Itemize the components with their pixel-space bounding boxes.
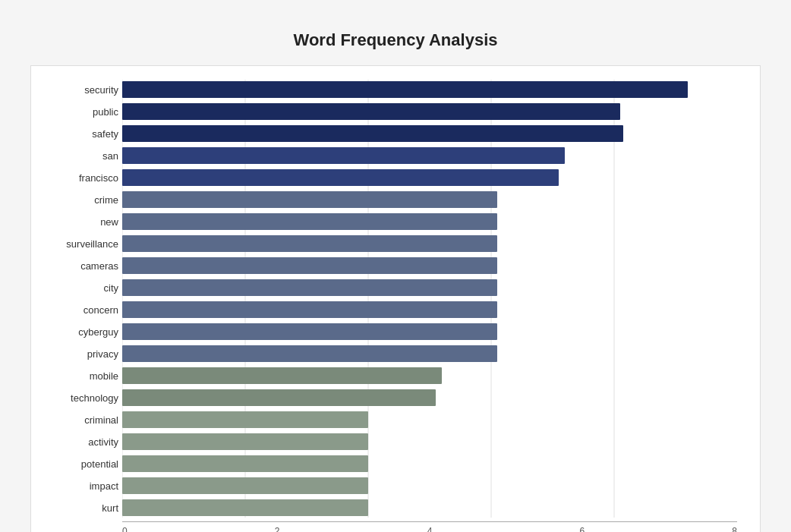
- bar: [122, 389, 436, 406]
- x-ticks: 02468: [122, 526, 737, 532]
- bar-label: concern: [35, 304, 118, 316]
- bar-row: technology: [122, 388, 737, 408]
- bar-label: surveillance: [35, 238, 118, 250]
- bar-row: surveillance: [122, 234, 737, 253]
- bar-label: public: [35, 106, 118, 118]
- bar: [122, 125, 623, 142]
- x-tick: 2: [275, 526, 280, 532]
- bar-label: francisco: [35, 172, 118, 184]
- bar-label: crime: [35, 194, 118, 206]
- bar-label: city: [35, 282, 118, 294]
- bar-row: public: [122, 102, 737, 121]
- bar-row: city: [122, 278, 737, 297]
- bar-label: mobile: [35, 370, 118, 382]
- x-tick: 0: [122, 526, 128, 532]
- bar-label: technology: [35, 392, 118, 404]
- bar-label: potential: [35, 458, 118, 470]
- bar: [122, 213, 497, 230]
- bar: [122, 301, 497, 318]
- bar-row: concern: [122, 300, 737, 320]
- bar: [122, 103, 620, 120]
- bar-label: kurt: [35, 502, 118, 514]
- bar: [122, 147, 565, 164]
- x-tick: 6: [579, 526, 585, 532]
- bar-row: privacy: [122, 344, 737, 364]
- bar: [122, 169, 559, 186]
- x-tick: 4: [427, 526, 433, 532]
- bar: [122, 455, 368, 472]
- bar: [122, 257, 497, 274]
- bar-row: activity: [122, 432, 737, 452]
- bar-row: impact: [122, 476, 737, 496]
- x-tick: 8: [732, 526, 737, 532]
- bar-label: activity: [35, 436, 118, 448]
- bar-row: security: [122, 80, 737, 99]
- bar-label: impact: [35, 480, 118, 492]
- bar: [122, 499, 368, 516]
- bars-container: securitypublicsafetysanfranciscocrimenew…: [122, 80, 737, 518]
- bar: [122, 411, 368, 428]
- bar: [122, 279, 497, 296]
- bar: [122, 477, 368, 494]
- chart-title: Word Frequency Analysis: [30, 30, 761, 50]
- bar: [122, 235, 497, 252]
- bar: [122, 191, 497, 208]
- bar-label: safety: [35, 128, 118, 140]
- bar-row: potential: [122, 454, 737, 474]
- bar-label: new: [35, 216, 118, 228]
- bar-label: cyberguy: [35, 326, 118, 338]
- bar-label: cameras: [35, 260, 118, 272]
- bar: [122, 323, 497, 340]
- x-axis-line: [122, 521, 737, 522]
- bar-row: kurt: [122, 498, 737, 518]
- bar-label: privacy: [35, 348, 118, 360]
- bar-label: security: [35, 84, 118, 96]
- bar-row: francisco: [122, 168, 737, 187]
- bar-row: new: [122, 212, 737, 231]
- bar-label: criminal: [35, 414, 118, 426]
- bar: [122, 433, 368, 450]
- bar-label: san: [35, 150, 118, 162]
- bar-row: cyberguy: [122, 322, 737, 342]
- bar-row: criminal: [122, 410, 737, 430]
- bar: [122, 345, 497, 362]
- bar-row: cameras: [122, 256, 737, 275]
- bar-row: crime: [122, 190, 737, 209]
- bar: [122, 367, 442, 384]
- bar-row: san: [122, 146, 737, 165]
- chart-container: Word Frequency Analysis securitypublicsa…: [15, 15, 776, 532]
- bar-row: safety: [122, 124, 737, 143]
- bar: [122, 81, 688, 98]
- bar-row: mobile: [122, 366, 737, 386]
